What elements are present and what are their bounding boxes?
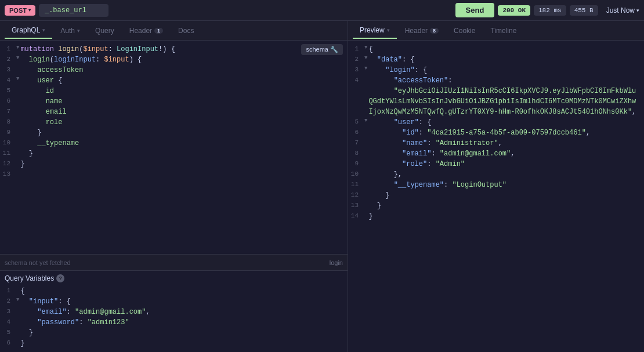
tab-response-header[interactable]: Header 8 — [398, 23, 446, 38]
method-chevron: ▾ — [28, 8, 31, 13]
resp-line-5: 5 ▼ "user": { — [348, 117, 644, 128]
query-editor[interactable]: schema 🔧 1 ▼ mutation login($input: Logi… — [0, 41, 348, 254]
query-variables-label: Query Variables — [5, 274, 54, 282]
schema-status: schema not yet fetched — [5, 259, 71, 266]
code-line-8: 8 role — [0, 117, 348, 128]
code-line-5: 5 id — [0, 86, 348, 96]
query-variables-section: Query Variables ? 1 { 2 ▼ "input": { 3 — [0, 270, 348, 352]
qv-line-1: 1 { — [0, 286, 348, 296]
url-input[interactable] — [39, 4, 108, 17]
tab-preview[interactable]: Preview ▾ — [353, 23, 397, 39]
response-area[interactable]: 1 ▼ { 2 ▼ "data": { 3 ▼ "login": { 4 "ac… — [348, 41, 644, 352]
tab-cookie[interactable]: Cookie — [447, 23, 482, 38]
method-label: POST — [9, 7, 27, 14]
query-variables-help[interactable]: ? — [56, 274, 64, 282]
code-line-9: 9 } — [0, 128, 348, 138]
code-line-2: 2 ▼ login(loginInput: $input) { — [0, 55, 348, 65]
code-line-12: 12 } — [0, 159, 348, 169]
query-variables-editor[interactable]: 1 { 2 ▼ "input": { 3 "email": "admin@gma… — [0, 286, 348, 352]
tab-graphql[interactable]: GraphQL ▾ — [5, 23, 52, 39]
code-line-3: 3 accessToken — [0, 65, 348, 75]
code-line-13: 13 — [0, 169, 348, 180]
tab-auth[interactable]: Auth ▾ — [53, 23, 87, 38]
resp-line-11: 11 "__typename": "LoginOutput" — [348, 180, 644, 190]
time-badge: 182 ms — [534, 5, 566, 16]
send-button[interactable]: Send — [455, 3, 495, 17]
timestamp: Just Now ▾ — [606, 6, 639, 14]
left-tab-bar: GraphQL ▾ Auth ▾ Query Header 1 Docs — [0, 21, 348, 41]
code-line-4: 4 ▼ user { — [0, 75, 348, 86]
schema-button[interactable]: schema 🔧 — [301, 44, 343, 55]
right-tab-bar: Preview ▾ Header 8 Cookie Timeline — [348, 21, 644, 41]
bottom-bar: schema not yet fetched login — [0, 254, 348, 270]
resp-line-2: 2 ▼ "data": { — [348, 55, 644, 65]
size-badge: 455 B — [570, 5, 598, 16]
resp-line-12: 12 } — [348, 190, 644, 201]
resp-line-13: 13 } — [348, 201, 644, 211]
qv-line-4: 4 "password": "admin123" — [0, 317, 348, 328]
operation-name: login — [330, 259, 343, 266]
right-panel: Preview ▾ Header 8 Cookie Timeline 1 ▼ {… — [348, 21, 644, 352]
left-panel: GraphQL ▾ Auth ▾ Query Header 1 Docs sch… — [0, 21, 348, 352]
resp-line-14: 14 } — [348, 211, 644, 222]
resp-line-1: 1 ▼ { — [348, 44, 644, 55]
tab-timeline[interactable]: Timeline — [483, 23, 523, 38]
code-line-7: 7 email — [0, 107, 348, 117]
toolbar: POST ▾ Send 200 OK 182 ms 455 B Just Now… — [0, 0, 644, 21]
method-button[interactable]: POST ▾ — [5, 5, 35, 16]
resp-line-10: 10 }, — [348, 169, 644, 180]
resp-line-7: 7 "name": "Administrator", — [348, 138, 644, 148]
tab-query[interactable]: Query — [88, 23, 121, 38]
qv-line-3: 3 "email": "admin@gmail.com", — [0, 307, 348, 317]
qv-line-2: 2 ▼ "input": { — [0, 296, 348, 307]
resp-line-8: 8 "email": "admin@gmail.com", — [348, 148, 644, 159]
resp-line-3: 3 ▼ "login": { — [348, 65, 644, 75]
code-line-6: 6 name — [0, 96, 348, 107]
tab-header[interactable]: Header 1 — [122, 23, 170, 38]
code-line-11: 11 } — [0, 148, 348, 159]
resp-line-4: 4 "accessToken": "eyJhbGciOiJIUzI1NiIsIn… — [348, 75, 644, 117]
resp-line-6: 6 "id": "4ca21915-a75a-4b5f-ab09-07597dc… — [348, 128, 644, 138]
qv-line-5: 5 } — [0, 328, 348, 338]
main-layout: GraphQL ▾ Auth ▾ Query Header 1 Docs sch… — [0, 21, 644, 352]
code-line-10: 10 __typename — [0, 138, 348, 148]
code-line-1: 1 ▼ mutation login($input: LoginInput!) … — [0, 44, 348, 55]
status-badge: 200 OK — [498, 5, 530, 16]
query-variables-header: Query Variables ? — [0, 271, 348, 286]
qv-line-6: 6 } — [0, 338, 348, 349]
tab-docs[interactable]: Docs — [171, 23, 201, 38]
resp-line-9: 9 "role": "Admin" — [348, 159, 644, 169]
